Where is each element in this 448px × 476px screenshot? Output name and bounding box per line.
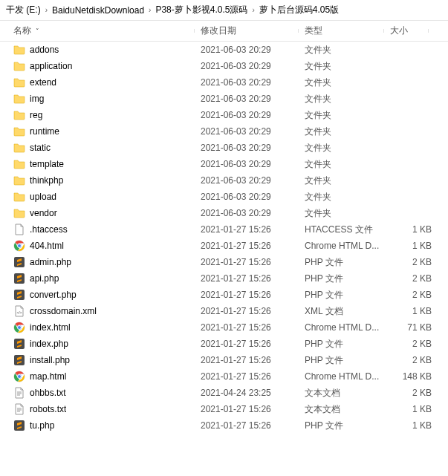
file-row[interactable]: extend2021-06-03 20:29文件夹 [0,74,448,91]
file-type: 文件夹 [305,142,390,154]
file-date: 2021-01-27 15:26 [201,273,305,284]
folder-icon [13,76,25,88]
file-date: 2021-01-27 15:26 [201,371,305,382]
file-row[interactable]: img2021-06-03 20:29文件夹 [0,91,448,107]
file-row[interactable]: runtime2021-06-03 20:29文件夹 [0,123,448,140]
file-row[interactable]: tu.php2021-01-27 15:26PHP 文件1 KB [0,417,448,434]
column-name-label: 名称 [13,25,31,37]
column-name[interactable]: 名称 ˅ [0,25,201,37]
file-row[interactable]: static2021-06-03 20:29文件夹 [0,140,448,156]
file-row[interactable]: addons2021-06-03 20:29文件夹 [0,42,448,58]
file-name: install.php [30,355,70,365]
file-type: 文件夹 [305,125,390,138]
file-size: 148 KB [390,371,435,382]
file-size: 2 KB [390,257,435,267]
column-headers: 名称 ˅ 修改日期 类型 大小 [0,21,448,42]
file-date: 2021-06-03 20:29 [201,45,305,55]
file-size: 2 KB [390,388,435,398]
file-date: 2021-06-03 20:29 [201,61,305,71]
column-date-label: 修改日期 [201,25,236,36]
sublime-icon [13,420,25,431]
file-date: 2021-06-03 20:29 [201,94,305,104]
file-row[interactable]: index.html2021-01-27 15:26Chrome HTML D.… [0,319,448,336]
file-row[interactable]: crossdomain.xml2021-01-27 15:26XML 文档1 K… [0,303,448,319]
file-type: Chrome HTML D... [305,371,390,382]
chevron-right-icon: › [45,6,48,14]
xml-icon [13,305,25,317]
file-date: 2021-01-27 15:26 [201,224,305,235]
file-row[interactable]: thinkphp2021-06-03 20:29文件夹 [0,172,448,189]
file-row[interactable]: reg2021-06-03 20:29文件夹 [0,107,448,123]
file-size: 1 KB [390,306,435,316]
file-row[interactable]: 404.html2021-01-27 15:26Chrome HTML D...… [0,238,448,254]
file-date: 2021-01-27 15:26 [201,257,305,267]
file-row[interactable]: admin.php2021-01-27 15:26PHP 文件2 KB [0,254,448,270]
file-date: 2021-01-27 15:26 [201,339,305,349]
folder-icon [13,207,25,219]
column-size[interactable]: 大小 [390,25,435,37]
file-name: addons [30,45,59,55]
file-row[interactable]: template2021-06-03 20:29文件夹 [0,156,448,172]
folder-icon [13,158,25,170]
file-list: addons2021-06-03 20:29文件夹application2021… [0,42,448,434]
file-type: 文件夹 [305,175,390,187]
file-type: 文件夹 [305,207,390,220]
file-name: index.html [30,322,71,333]
text-icon [13,403,25,415]
file-type: PHP 文件 [305,289,390,301]
column-type-label: 类型 [305,25,322,36]
file-type: 文件夹 [305,60,390,73]
file-row[interactable]: application2021-06-03 20:29文件夹 [0,58,448,74]
file-date: 2021-06-03 20:29 [201,110,305,120]
file-row[interactable]: install.php2021-01-27 15:26PHP 文件2 KB [0,352,448,368]
file-name: admin.php [30,257,71,267]
file-name: ohbbs.txt [30,388,66,398]
chrome-icon [13,322,25,333]
file-date: 2021-01-27 15:26 [201,290,305,300]
file-row[interactable]: .htaccess2021-01-27 15:26HTACCESS 文件1 KB [0,221,448,238]
file-date: 2021-06-03 20:29 [201,159,305,169]
file-type: 文件夹 [305,76,390,89]
file-row[interactable]: upload2021-06-03 20:29文件夹 [0,189,448,205]
file-date: 2021-01-27 15:26 [201,404,305,414]
file-size: 2 KB [390,273,435,284]
sublime-icon [13,354,25,366]
file-row[interactable]: robots.txt2021-01-27 15:26文本文档1 KB [0,401,448,417]
breadcrumb-item[interactable]: 萝卜后台源码4.05版 [259,4,339,16]
folder-icon [13,175,25,186]
file-row[interactable]: index.php2021-01-27 15:26PHP 文件2 KB [0,336,448,352]
file-date: 2021-01-27 15:26 [201,241,305,251]
file-name: runtime [30,126,59,137]
file-date: 2021-01-27 15:26 [201,322,305,333]
chrome-icon [13,240,25,252]
file-row[interactable]: map.html2021-01-27 15:26Chrome HTML D...… [0,368,448,385]
file-row[interactable]: ohbbs.txt2021-04-24 23:25文本文档2 KB [0,385,448,401]
breadcrumb[interactable]: 干发 (E:)›BaiduNetdiskDownload›P38-萝卜影视4.0… [0,0,448,21]
file-name: vendor [30,208,57,218]
folder-icon [13,125,25,137]
file-date: 2021-06-03 20:29 [201,143,305,153]
file-name: convert.php [30,290,77,300]
folder-icon [13,191,25,203]
chrome-icon [13,371,25,382]
breadcrumb-item[interactable]: 干发 (E:) [6,4,41,16]
file-name: .htaccess [30,224,68,235]
file-name: crossdomain.xml [30,306,97,316]
column-type[interactable]: 类型 [305,25,390,37]
sublime-icon [13,289,25,301]
file-row[interactable]: vendor2021-06-03 20:29文件夹 [0,205,448,221]
file-date: 2021-01-27 15:26 [201,420,305,431]
file-row[interactable]: api.php2021-01-27 15:26PHP 文件2 KB [0,270,448,287]
file-type: PHP 文件 [305,338,390,351]
file-date: 2021-01-27 15:26 [201,355,305,365]
file-type: 文件夹 [305,158,390,171]
file-row[interactable]: convert.php2021-01-27 15:26PHP 文件2 KB [0,287,448,303]
file-size: 2 KB [390,339,435,349]
breadcrumb-item[interactable]: BaiduNetdiskDownload [52,5,144,16]
column-date[interactable]: 修改日期 [201,25,305,37]
column-size-label: 大小 [390,25,408,36]
breadcrumb-item[interactable]: P38-萝卜影视4.0.5源码 [155,4,247,16]
file-name: upload [30,192,56,202]
folder-icon [13,60,25,72]
chevron-right-icon: › [252,6,254,14]
